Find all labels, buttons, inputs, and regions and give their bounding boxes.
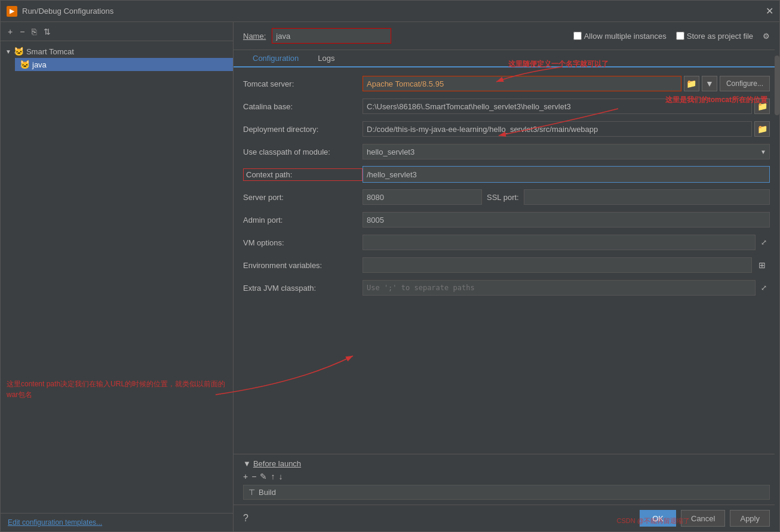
admin-port-field xyxy=(363,212,770,227)
deployment-dir-display: D:/code/this-is-my-java-ee-learning/hell… xyxy=(363,121,752,137)
tab-logs[interactable]: Logs xyxy=(308,50,344,67)
tomcat-server-field: 📁 ▼ Configure... xyxy=(363,76,770,91)
context-path-input[interactable] xyxy=(363,167,471,182)
java-config-icon: 🐱 xyxy=(20,60,30,69)
extra-jvm-row: Extra JVM classpath: ⤢ xyxy=(243,279,770,297)
right-panel: 这里随便定义一个名字就可以了 这里是我们的tomcat所在的位置 xyxy=(234,22,779,531)
extra-jvm-label: Extra JVM classpath: xyxy=(243,284,363,293)
title-bar: ▶ Run/Debug Configurations ✕ xyxy=(1,1,779,22)
tree-group-header[interactable]: ▼ 🐱 Smart Tomcat xyxy=(1,45,233,58)
before-launch-header: ▼ Before launch xyxy=(243,459,770,468)
smart-tomcat-icon: 🐱 xyxy=(14,47,24,56)
name-label: Name: xyxy=(243,32,266,41)
store-project-checkbox[interactable] xyxy=(676,32,684,40)
watermark: CSDN @不能再留退缩了 xyxy=(617,516,690,525)
env-vars-edit-button[interactable]: ⊞ xyxy=(754,257,770,273)
help-button[interactable]: ? xyxy=(243,513,248,524)
classpath-dropdown-wrapper: hello_servlet3 ▼ xyxy=(363,144,770,159)
ssl-port-label: SSL port: xyxy=(487,193,519,202)
bl-remove-button[interactable]: − xyxy=(251,472,256,481)
tomcat-folder-button[interactable]: 📁 xyxy=(684,76,699,91)
main-content: + − ⎘ ⇅ ▼ 🐱 Smart Tomcat 🐱 java xyxy=(1,22,779,531)
allow-multiple-option[interactable]: Allow multiple instances xyxy=(573,32,667,41)
remove-config-button[interactable]: − xyxy=(17,26,27,37)
classpath-label: Use classpath of module: xyxy=(243,147,363,156)
vm-options-field: ⤢ xyxy=(363,235,770,250)
ssl-port-input[interactable] xyxy=(524,189,770,205)
catalina-base-field: C:\Users\86186\.SmartTomcat\hello_servle… xyxy=(363,99,770,114)
deployment-dir-row: Deployment directory: D:/code/this-is-my… xyxy=(243,120,770,138)
add-config-button[interactable]: + xyxy=(5,26,15,37)
env-vars-field: ⊞ xyxy=(363,257,770,273)
deployment-folder-button[interactable]: 📁 xyxy=(754,121,770,137)
before-launch-title: Before launch xyxy=(253,459,301,468)
bl-edit-button[interactable]: ✎ xyxy=(260,472,267,481)
footer: ? OK Cancel Apply xyxy=(234,505,779,531)
edit-templates-link[interactable]: Edit configuration templates... xyxy=(1,513,233,531)
context-path-wrapper xyxy=(363,166,770,183)
tomcat-server-input[interactable] xyxy=(363,76,681,91)
vm-options-expand-button[interactable]: ⤢ xyxy=(758,235,770,250)
allow-multiple-label: Allow multiple instances xyxy=(584,32,667,41)
apply-button[interactable]: Apply xyxy=(730,510,770,527)
build-icon: ⊤ xyxy=(248,488,255,497)
tree-expand-icon: ▼ xyxy=(5,48,11,55)
configure-button[interactable]: Configure... xyxy=(720,76,770,91)
vm-options-label: VM options: xyxy=(243,238,363,247)
classpath-select[interactable]: hello_servlet3 xyxy=(363,144,770,159)
bl-up-button[interactable]: ↑ xyxy=(271,472,275,481)
config-area: Tomcat server: 📁 ▼ Configure... Catalina… xyxy=(234,67,779,454)
dialog-icon: ▶ xyxy=(7,6,17,17)
deployment-dir-field: D:/code/this-is-my-java-ee-learning/hell… xyxy=(363,121,770,137)
server-port-input[interactable] xyxy=(363,189,482,205)
close-button[interactable]: ✕ xyxy=(766,7,773,16)
admin-port-row: Admin port: xyxy=(243,211,770,229)
extra-jvm-input[interactable] xyxy=(363,280,756,296)
deployment-dir-label: Deployment directory: xyxy=(243,125,363,134)
left-panel: + − ⎘ ⇅ ▼ 🐱 Smart Tomcat 🐱 java xyxy=(1,22,234,531)
before-launch-toolbar: + − ✎ ↑ ↓ xyxy=(243,472,770,481)
tomcat-dropdown-button[interactable]: ▼ xyxy=(702,76,717,91)
name-input[interactable] xyxy=(272,28,391,44)
tomcat-field-wrapper: 📁 ▼ xyxy=(363,76,717,91)
run-debug-dialog: ▶ Run/Debug Configurations ✕ + − ⎘ ⇅ ▼ 🐱… xyxy=(0,0,780,532)
build-label: Build xyxy=(259,488,276,497)
dialog-title: Run/Debug Configurations xyxy=(22,7,766,16)
tab-configuration[interactable]: Configuration xyxy=(243,50,308,67)
tomcat-server-row: Tomcat server: 📁 ▼ Configure... xyxy=(243,75,770,93)
config-tabs: Configuration Logs xyxy=(234,50,779,67)
context-path-row: Context path: xyxy=(243,165,770,183)
scrollbar-thumb[interactable] xyxy=(775,56,779,115)
scrollbar-track[interactable] xyxy=(775,44,779,531)
extra-jvm-expand-button[interactable]: ⤢ xyxy=(758,280,770,296)
tree-item-java[interactable]: 🐱 java xyxy=(15,58,233,71)
gear-icon[interactable]: ⚙ xyxy=(763,32,770,41)
admin-port-input[interactable] xyxy=(363,212,770,227)
extra-jvm-field: ⤢ xyxy=(363,280,770,296)
server-port-field: SSL port: xyxy=(363,189,770,205)
tree-toolbar: + − ⎘ ⇅ xyxy=(1,22,233,41)
store-project-option[interactable]: Store as project file xyxy=(676,32,753,41)
allow-multiple-checkbox[interactable] xyxy=(573,32,582,40)
sort-config-button[interactable]: ⇅ xyxy=(41,26,53,37)
env-vars-input[interactable] xyxy=(363,257,752,273)
name-options: Allow multiple instances Store as projec… xyxy=(573,32,770,41)
server-port-label: Server port: xyxy=(243,193,363,202)
vm-options-row: VM options: ⤢ xyxy=(243,233,770,251)
tree-item-label: java xyxy=(32,60,47,69)
tree-child-area: 🐱 java xyxy=(1,58,233,71)
catalina-folder-button[interactable]: 📁 xyxy=(754,99,770,114)
bl-down-button[interactable]: ↓ xyxy=(278,472,282,481)
catalina-base-label: Catalina base: xyxy=(243,102,363,111)
tomcat-server-label: Tomcat server: xyxy=(243,79,363,88)
catalina-base-display: C:\Users\86186\.SmartTomcat\hello_servle… xyxy=(363,99,752,114)
context-path-extra-input[interactable] xyxy=(471,167,769,182)
copy-config-button[interactable]: ⎘ xyxy=(29,26,39,37)
admin-port-label: Admin port: xyxy=(243,216,363,225)
catalina-base-row: Catalina base: C:\Users\86186\.SmartTomc… xyxy=(243,97,770,115)
context-path-field xyxy=(363,166,770,183)
name-row: Name: Allow multiple instances Store as … xyxy=(234,22,779,50)
classpath-row: Use classpath of module: hello_servlet3 … xyxy=(243,143,770,161)
bl-add-button[interactable]: + xyxy=(243,472,248,481)
vm-options-input[interactable] xyxy=(363,235,756,250)
